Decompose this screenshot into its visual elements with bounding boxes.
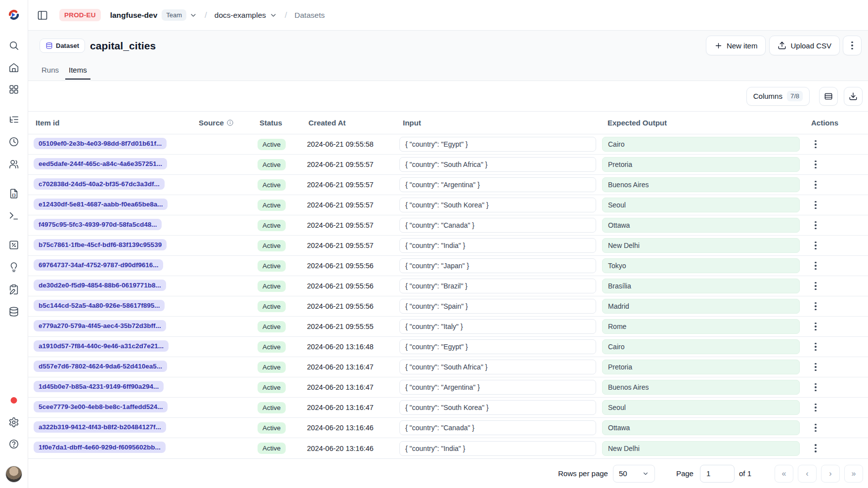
table-row: a1910d57-7f84-440c-9e46-a31c2d7e21... Ac… — [28, 337, 868, 357]
row-actions-menu-button[interactable] — [810, 280, 822, 292]
new-item-button[interactable]: New item — [706, 36, 766, 55]
row-actions-menu-button[interactable] — [810, 240, 822, 251]
info-icon[interactable] — [226, 119, 234, 126]
kebab-icon — [815, 181, 817, 189]
item-id-badge[interactable]: d557e7d6-7802-4624-9da6-52d410ea5... — [34, 361, 167, 372]
item-id-badge[interactable]: c702838d-24d5-40a2-bf35-67dc3a3df... — [34, 178, 165, 190]
expected-output-cell: Rome — [602, 319, 800, 334]
annotation-clipboard-icon[interactable] — [8, 284, 20, 295]
item-id-badge[interactable]: 1d45b0e7-b85a-4231-9149-6ff90a294... — [34, 381, 164, 392]
status-dot — [11, 397, 17, 404]
project-name[interactable]: docs-examples — [215, 11, 266, 20]
user-avatar[interactable] — [5, 466, 22, 483]
row-actions-menu-button[interactable] — [810, 321, 822, 332]
item-id-badge[interactable]: de30d2e0-f5d9-4854-88b6-0619771b8... — [34, 280, 166, 291]
item-id-badge[interactable]: 69764737-34af-4752-9787-d90df9616... — [34, 259, 163, 271]
expected-output-cell: Cairo — [602, 339, 800, 354]
datasets-database-icon[interactable] — [8, 306, 20, 318]
header-more-menu-button[interactable] — [843, 36, 862, 55]
table-row: d557e7d6-7802-4624-9da6-52d410ea5... Act… — [28, 357, 868, 377]
kebab-icon — [815, 262, 817, 270]
table-row: b75c7861-1fbe-45cf-bdf6-83f139c95539 Act… — [28, 236, 868, 256]
expected-output-cell: Ottawa — [602, 218, 800, 233]
tab-items[interactable]: Items — [65, 66, 90, 80]
trace-list-icon[interactable] — [8, 114, 20, 125]
sidebar-toggle-icon[interactable] — [37, 9, 48, 21]
breadcrumb-current[interactable]: Datasets — [295, 11, 325, 20]
row-actions-menu-button[interactable] — [810, 179, 822, 191]
created-at-cell: 2024-06-20 13:16:46 — [306, 424, 399, 432]
row-actions-menu-button[interactable] — [810, 219, 822, 231]
support-help-icon[interactable] — [8, 438, 20, 450]
row-actions-menu-button[interactable] — [810, 300, 822, 312]
status-badge: Active — [258, 443, 286, 454]
org-name[interactable]: langfuse-dev — [110, 11, 158, 20]
item-id-badge[interactable]: a322b319-9412-4f43-b8f2-b20484127f... — [34, 421, 166, 433]
dashboard-grid-icon[interactable] — [8, 83, 20, 95]
created-at-cell: 2024-06-21 09:55:57 — [306, 221, 399, 229]
created-at-cell: 2024-06-21 09:55:57 — [306, 201, 399, 209]
rows-per-page-select[interactable]: 50 — [613, 465, 655, 483]
search-icon[interactable] — [8, 40, 20, 51]
playground-terminal-icon[interactable] — [8, 210, 20, 222]
item-id-badge[interactable]: b75c7861-1fbe-45cf-bdf6-83f139c95539 — [34, 239, 167, 250]
first-page-button[interactable]: « — [775, 465, 793, 483]
org-chevron-down-icon[interactable] — [189, 11, 197, 19]
column-header-expected-output: Expected Output — [602, 119, 805, 127]
row-actions-menu-button[interactable] — [810, 422, 822, 434]
columns-button[interactable]: Columns 7/8 — [746, 87, 810, 106]
table-row: b5c144cd-52a5-4a80-926e-58617f895... Act… — [28, 296, 868, 317]
home-icon[interactable] — [8, 62, 20, 74]
row-actions-menu-button[interactable] — [810, 138, 822, 150]
item-id-badge[interactable]: e779a270-579a-4f45-aec4-35b72d3bff... — [34, 320, 166, 331]
item-id-badge[interactable]: 05109ef0-2e3b-4e03-98dd-8f7d01b61f... — [34, 138, 167, 149]
kebab-icon — [815, 383, 817, 392]
columns-count-badge: 7/8 — [787, 91, 803, 101]
tab-runs[interactable]: Runs — [38, 66, 62, 80]
table-row: 1d45b0e7-b85a-4231-9149-6ff90a294... Act… — [28, 377, 868, 398]
upload-csv-button[interactable]: Upload CSV — [769, 36, 840, 55]
table-row: de30d2e0-f5d9-4854-88b6-0619771b8... Act… — [28, 276, 868, 296]
last-page-button[interactable]: » — [844, 465, 863, 483]
created-at-cell: 2024-06-21 09:55:56 — [306, 302, 399, 310]
row-actions-menu-button[interactable] — [810, 260, 822, 272]
input-cell: { "country": "Spain" } — [399, 299, 596, 314]
users-icon[interactable] — [8, 158, 20, 170]
kebab-icon — [815, 323, 817, 331]
settings-gear-icon[interactable] — [8, 416, 20, 428]
item-id-badge[interactable]: b5c144cd-52a5-4a80-926e-58617f895... — [34, 300, 165, 311]
row-height-button[interactable] — [819, 87, 838, 106]
item-id-badge[interactable]: f4975c95-5fc3-4939-970d-58fa5cd48... — [34, 219, 162, 230]
prev-page-button[interactable]: ‹ — [798, 465, 817, 483]
item-id-badge[interactable]: 5cee7779-3e00-4eb8-be8c-1affedd524... — [34, 401, 168, 412]
export-download-button[interactable] — [844, 87, 863, 106]
item-id-badge[interactable]: eed5dafe-244f-465c-a84c-4a6e357251... — [34, 158, 167, 169]
insights-lightbulb-icon[interactable] — [8, 261, 20, 273]
row-actions-menu-button[interactable] — [810, 159, 822, 170]
status-badge: Active — [258, 402, 286, 413]
row-actions-menu-button[interactable] — [810, 341, 822, 353]
row-actions-menu-button[interactable] — [810, 402, 822, 413]
created-at-cell: 2024-06-20 13:16:48 — [306, 343, 399, 351]
input-cell: { "country": "South Korea" } — [399, 198, 596, 212]
page-number-input[interactable] — [700, 465, 735, 483]
row-actions-menu-button[interactable] — [810, 361, 822, 373]
tab-bar: Runs Items — [38, 66, 90, 80]
row-actions-menu-button[interactable] — [810, 381, 822, 393]
evals-percent-icon[interactable] — [8, 239, 20, 251]
prompts-file-icon[interactable]: { } — [8, 188, 20, 200]
org-type-badge: Team — [162, 9, 186, 21]
row-actions-menu-button[interactable] — [810, 199, 822, 211]
table-toolbar: Columns 7/8 — [28, 81, 868, 111]
project-chevron-down-icon[interactable] — [269, 11, 277, 19]
sessions-clock-icon[interactable] — [8, 136, 20, 148]
next-page-button[interactable]: › — [821, 465, 840, 483]
langfuse-logo-icon[interactable] — [7, 9, 20, 21]
item-id-badge[interactable]: 1f0e7da1-dbff-4e60-929d-f6095602bb... — [34, 442, 166, 453]
item-id-badge[interactable]: a1910d57-7f84-440c-9e46-a31c2d7e21... — [34, 340, 169, 352]
kebab-icon — [815, 242, 817, 250]
top-navbar: PROD-EU langfuse-dev Team / docs-example… — [28, 0, 868, 31]
item-id-badge[interactable]: e12430df-5e81-4687-aabb-f0ea65be8a... — [34, 199, 168, 210]
expected-output-cell: Ottawa — [602, 420, 800, 435]
row-actions-menu-button[interactable] — [810, 443, 822, 454]
